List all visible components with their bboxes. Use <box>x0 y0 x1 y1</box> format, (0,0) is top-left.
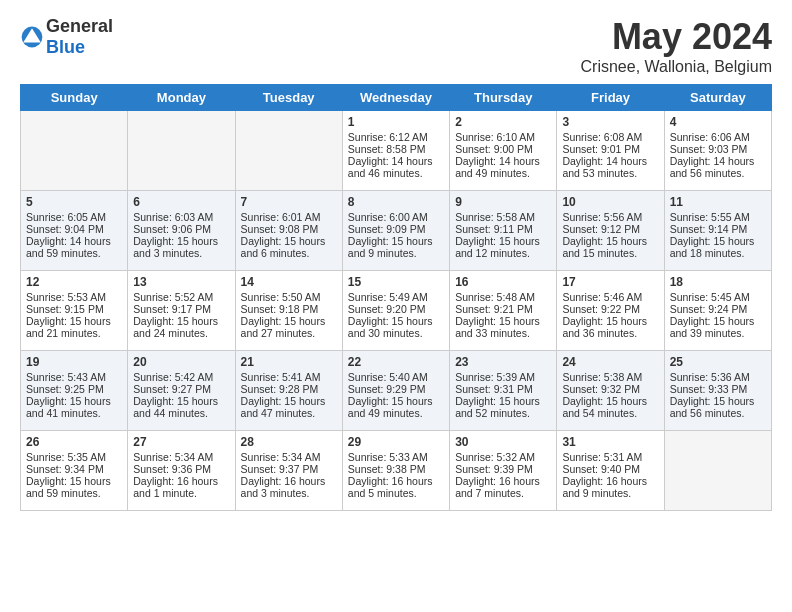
day-line4: and 49 minutes. <box>348 407 423 419</box>
day-line1: Sunrise: 6:10 AM <box>455 131 535 143</box>
day-cell-1-1 <box>21 111 128 191</box>
day-line3: Daylight: 16 hours <box>455 475 540 487</box>
day-line3: Daylight: 16 hours <box>348 475 433 487</box>
day-line1: Sunrise: 5:34 AM <box>241 451 321 463</box>
day-number: 9 <box>455 195 551 209</box>
day-line4: and 18 minutes. <box>670 247 745 259</box>
day-cell-1-3 <box>235 111 342 191</box>
day-line4: and 12 minutes. <box>455 247 530 259</box>
day-line2: Sunset: 9:15 PM <box>26 303 104 315</box>
day-number: 28 <box>241 435 337 449</box>
day-line4: and 59 minutes. <box>26 487 101 499</box>
day-line3: Daylight: 15 hours <box>455 315 540 327</box>
day-number: 7 <box>241 195 337 209</box>
day-cell-4-7: 25 Sunrise: 5:36 AM Sunset: 9:33 PM Dayl… <box>664 351 771 431</box>
day-cell-5-4: 29 Sunrise: 5:33 AM Sunset: 9:38 PM Dayl… <box>342 431 449 511</box>
day-line4: and 52 minutes. <box>455 407 530 419</box>
header-wednesday: Wednesday <box>342 85 449 111</box>
header-thursday: Thursday <box>450 85 557 111</box>
day-line3: Daylight: 16 hours <box>241 475 326 487</box>
header: General Blue May 2024 Crisnee, Wallonia,… <box>20 16 772 76</box>
day-line1: Sunrise: 5:49 AM <box>348 291 428 303</box>
day-cell-3-6: 17 Sunrise: 5:46 AM Sunset: 9:22 PM Dayl… <box>557 271 664 351</box>
day-line3: Daylight: 15 hours <box>241 315 326 327</box>
day-line2: Sunset: 9:40 PM <box>562 463 640 475</box>
day-number: 2 <box>455 115 551 129</box>
day-cell-4-6: 24 Sunrise: 5:38 AM Sunset: 9:32 PM Dayl… <box>557 351 664 431</box>
day-line1: Sunrise: 6:01 AM <box>241 211 321 223</box>
day-line3: Daylight: 14 hours <box>562 155 647 167</box>
day-number: 19 <box>26 355 122 369</box>
day-line1: Sunrise: 5:34 AM <box>133 451 213 463</box>
day-line2: Sunset: 9:36 PM <box>133 463 211 475</box>
day-line2: Sunset: 9:14 PM <box>670 223 748 235</box>
day-number: 1 <box>348 115 444 129</box>
day-line3: Daylight: 14 hours <box>455 155 540 167</box>
day-line3: Daylight: 15 hours <box>26 395 111 407</box>
day-line4: and 39 minutes. <box>670 327 745 339</box>
day-cell-4-1: 19 Sunrise: 5:43 AM Sunset: 9:25 PM Dayl… <box>21 351 128 431</box>
day-line2: Sunset: 9:18 PM <box>241 303 319 315</box>
day-line1: Sunrise: 5:38 AM <box>562 371 642 383</box>
week-row-1: 1 Sunrise: 6:12 AM Sunset: 8:58 PM Dayli… <box>21 111 772 191</box>
calendar-table: Sunday Monday Tuesday Wednesday Thursday… <box>20 84 772 511</box>
week-row-3: 12 Sunrise: 5:53 AM Sunset: 9:15 PM Dayl… <box>21 271 772 351</box>
day-cell-1-2 <box>128 111 235 191</box>
day-cell-5-5: 30 Sunrise: 5:32 AM Sunset: 9:39 PM Dayl… <box>450 431 557 511</box>
day-line1: Sunrise: 5:55 AM <box>670 211 750 223</box>
day-line2: Sunset: 8:58 PM <box>348 143 426 155</box>
day-cell-2-3: 7 Sunrise: 6:01 AM Sunset: 9:08 PM Dayli… <box>235 191 342 271</box>
day-cell-4-4: 22 Sunrise: 5:40 AM Sunset: 9:29 PM Dayl… <box>342 351 449 431</box>
day-cell-1-6: 3 Sunrise: 6:08 AM Sunset: 9:01 PM Dayli… <box>557 111 664 191</box>
day-number: 4 <box>670 115 766 129</box>
day-line3: Daylight: 15 hours <box>241 235 326 247</box>
day-cell-2-5: 9 Sunrise: 5:58 AM Sunset: 9:11 PM Dayli… <box>450 191 557 271</box>
day-line1: Sunrise: 5:40 AM <box>348 371 428 383</box>
day-number: 21 <box>241 355 337 369</box>
day-cell-4-2: 20 Sunrise: 5:42 AM Sunset: 9:27 PM Dayl… <box>128 351 235 431</box>
day-line1: Sunrise: 6:00 AM <box>348 211 428 223</box>
week-row-4: 19 Sunrise: 5:43 AM Sunset: 9:25 PM Dayl… <box>21 351 772 431</box>
day-line2: Sunset: 9:24 PM <box>670 303 748 315</box>
day-line1: Sunrise: 5:42 AM <box>133 371 213 383</box>
day-line1: Sunrise: 5:41 AM <box>241 371 321 383</box>
day-line1: Sunrise: 6:03 AM <box>133 211 213 223</box>
day-line3: Daylight: 14 hours <box>26 235 111 247</box>
day-line4: and 27 minutes. <box>241 327 316 339</box>
day-cell-3-2: 13 Sunrise: 5:52 AM Sunset: 9:17 PM Dayl… <box>128 271 235 351</box>
day-line2: Sunset: 9:28 PM <box>241 383 319 395</box>
day-line1: Sunrise: 5:50 AM <box>241 291 321 303</box>
day-line4: and 41 minutes. <box>26 407 101 419</box>
day-line2: Sunset: 9:09 PM <box>348 223 426 235</box>
day-line3: Daylight: 15 hours <box>348 235 433 247</box>
day-line1: Sunrise: 5:32 AM <box>455 451 535 463</box>
day-line4: and 1 minute. <box>133 487 197 499</box>
logo-general: General <box>46 16 113 36</box>
day-line4: and 54 minutes. <box>562 407 637 419</box>
day-line1: Sunrise: 6:12 AM <box>348 131 428 143</box>
day-line2: Sunset: 9:00 PM <box>455 143 533 155</box>
day-line1: Sunrise: 5:39 AM <box>455 371 535 383</box>
day-cell-3-4: 15 Sunrise: 5:49 AM Sunset: 9:20 PM Dayl… <box>342 271 449 351</box>
day-number: 22 <box>348 355 444 369</box>
day-number: 20 <box>133 355 229 369</box>
day-line4: and 47 minutes. <box>241 407 316 419</box>
day-line2: Sunset: 9:37 PM <box>241 463 319 475</box>
day-line1: Sunrise: 5:46 AM <box>562 291 642 303</box>
day-cell-3-3: 14 Sunrise: 5:50 AM Sunset: 9:18 PM Dayl… <box>235 271 342 351</box>
day-line2: Sunset: 9:01 PM <box>562 143 640 155</box>
day-line2: Sunset: 9:32 PM <box>562 383 640 395</box>
day-cell-3-1: 12 Sunrise: 5:53 AM Sunset: 9:15 PM Dayl… <box>21 271 128 351</box>
day-number: 30 <box>455 435 551 449</box>
day-number: 24 <box>562 355 658 369</box>
day-line1: Sunrise: 5:43 AM <box>26 371 106 383</box>
day-line3: Daylight: 15 hours <box>26 315 111 327</box>
day-line1: Sunrise: 5:53 AM <box>26 291 106 303</box>
day-line4: and 44 minutes. <box>133 407 208 419</box>
logo: General Blue <box>20 16 113 58</box>
day-line1: Sunrise: 5:33 AM <box>348 451 428 463</box>
day-line2: Sunset: 9:21 PM <box>455 303 533 315</box>
day-number: 29 <box>348 435 444 449</box>
day-line1: Sunrise: 5:56 AM <box>562 211 642 223</box>
day-number: 15 <box>348 275 444 289</box>
